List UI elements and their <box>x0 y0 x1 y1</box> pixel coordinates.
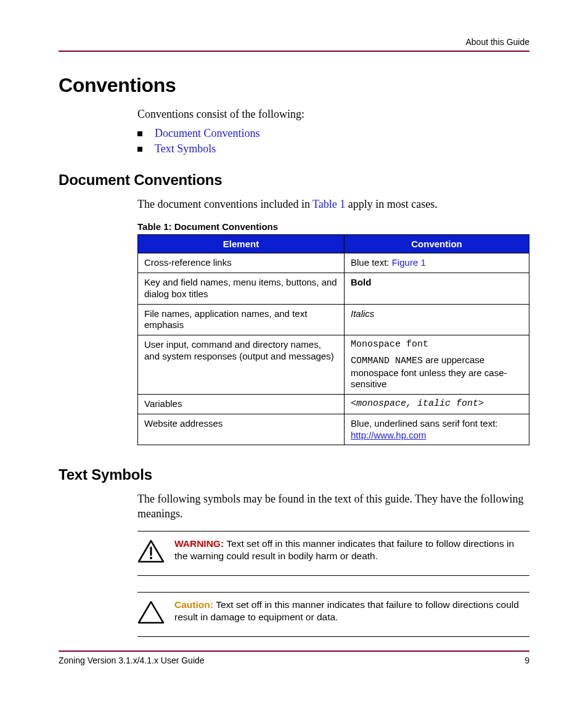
cell-convention: <monospace, italic font> <box>345 395 529 414</box>
warning-callout: WARNING: Text set off in this manner ind… <box>137 531 529 576</box>
cell-convention: Monospace font COMMAND NAMES are upperca… <box>345 335 529 395</box>
table-document-conventions: Element Convention Cross-reference links… <box>137 234 529 445</box>
warning-icon <box>137 539 165 567</box>
link-table-1[interactable]: Table 1 <box>312 198 345 210</box>
cell-convention: Bold <box>345 273 529 305</box>
body-block-1: Conventions consist of the following: Do… <box>137 108 529 155</box>
text: Blue text: <box>351 257 392 268</box>
table-header-row: Element Convention <box>138 235 529 253</box>
top-rule <box>59 51 529 52</box>
cell-convention: Italics <box>345 304 529 335</box>
text: The document conventions included in <box>137 198 312 210</box>
th-element: Element <box>138 235 345 253</box>
cell-convention: Blue text: Figure 1 <box>345 253 529 273</box>
text: Text set off in this manner indicates th… <box>174 599 519 622</box>
caution-label: Caution: <box>174 599 216 610</box>
table-row: User input, command and directory names,… <box>138 335 529 395</box>
body-block-3: The following symbols may be found in th… <box>137 492 529 637</box>
cell-element: User input, command and directory names,… <box>138 335 345 395</box>
footer-rule <box>59 651 529 652</box>
table-row: Key and field names, menu items, buttons… <box>138 273 529 305</box>
cell-element: Website addresses <box>138 414 345 445</box>
doc-conv-para: The document conventions included in Tab… <box>137 197 529 211</box>
body-block-2: The document conventions included in Tab… <box>137 197 529 445</box>
running-head: About this Guide <box>59 37 529 47</box>
table-row: Cross-reference links Blue text: Figure … <box>138 253 529 273</box>
link-document-conventions[interactable]: Document Conventions <box>155 127 259 140</box>
caution-text: Caution: Text set off in this manner ind… <box>174 599 529 623</box>
table-row: Website addresses Blue, underlined sans … <box>138 414 529 445</box>
text-symbols-para: The following symbols may be found in th… <box>137 492 529 521</box>
cell-element: Variables <box>138 395 345 414</box>
link-text-symbols[interactable]: Text Symbols <box>155 142 216 155</box>
list-item: Text Symbols <box>137 142 529 155</box>
text: Blue, underlined sans serif font text: <box>351 418 497 429</box>
warning-label: WARNING: <box>174 538 226 549</box>
footer: Zoning Version 3.1.x/4.1.x User Guide 9 <box>59 651 529 665</box>
table-caption: Table 1: Document Conventions <box>137 221 529 232</box>
mono-text: COMMAND NAMES <box>351 356 423 366</box>
page-number: 9 <box>525 655 529 665</box>
cell-element: Key and field names, menu items, buttons… <box>138 273 345 305</box>
svg-marker-3 <box>139 602 163 623</box>
italic-text: Italics <box>351 308 374 319</box>
text: COMMAND NAMES are uppercase monospace fo… <box>351 355 523 390</box>
footer-title: Zoning Version 3.1.x/4.1.x User Guide <box>59 655 205 665</box>
square-bullet-icon <box>137 131 142 136</box>
cell-element: Cross-reference links <box>138 253 345 273</box>
square-bullet-icon <box>137 147 142 152</box>
page: About this Guide Conventions Conventions… <box>0 0 588 706</box>
heading-text-symbols: Text Symbols <box>59 466 529 483</box>
toc-list: Document Conventions Text Symbols <box>137 127 529 155</box>
list-item: Document Conventions <box>137 127 529 140</box>
heading-conventions: Conventions <box>59 74 529 97</box>
footer-row: Zoning Version 3.1.x/4.1.x User Guide 9 <box>59 655 529 665</box>
bold-text: Bold <box>351 277 371 287</box>
cell-convention: Blue, underlined sans serif font text: h… <box>345 414 529 445</box>
cell-element: File names, application names, and text … <box>138 304 345 335</box>
mono-italic-text: <monospace, italic font> <box>351 398 484 409</box>
table-row: Variables <monospace, italic font> <box>138 395 529 414</box>
caution-callout: Caution: Text set off in this manner ind… <box>137 592 529 637</box>
text: apply in most cases. <box>345 198 437 210</box>
caution-icon <box>137 600 165 628</box>
intro-text: Conventions consist of the following: <box>137 108 529 121</box>
th-convention: Convention <box>345 235 529 253</box>
link-hp-website[interactable]: http://www.hp.com <box>351 430 427 440</box>
warning-text: WARNING: Text set off in this manner ind… <box>174 538 529 562</box>
svg-point-2 <box>150 557 152 559</box>
mono-text: Monospace font <box>351 339 523 351</box>
link-figure-1[interactable]: Figure 1 <box>392 257 426 268</box>
heading-document-conventions: Document Conventions <box>59 171 529 189</box>
table-row: File names, application names, and text … <box>138 304 529 335</box>
